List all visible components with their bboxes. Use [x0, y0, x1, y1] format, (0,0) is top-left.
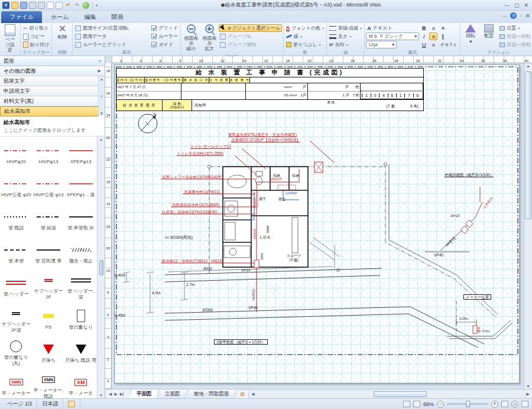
shape-item[interactable]: 管の重なり (丸)	[0, 335, 33, 368]
mail-icon[interactable]	[47, 2, 54, 9]
print-icon[interactable]	[29, 2, 36, 9]
shape-item[interactable]: 管.本管取 出	[64, 203, 97, 236]
shape-item[interactable]: HIVPφ13	[33, 137, 65, 170]
copy-button[interactable]: コピー	[22, 33, 50, 40]
page-tab[interactable]: 立面図	[158, 389, 188, 398]
zoom-slider-thumb[interactable]	[466, 401, 470, 407]
full-screen-view-icon[interactable]	[413, 401, 420, 407]
shape-item[interactable]: HIVP公道 φ13	[33, 170, 65, 203]
scroll-up-icon[interactable]: ▲	[99, 138, 103, 141]
drawing-page[interactable]: 給 水 装 置 工 事 申 請 書 (完成図) 受付日 (許可日)受付番号・(許…	[114, 64, 520, 384]
scroll-up-icon[interactable]: ▲	[526, 64, 530, 68]
shape-item[interactable]: 管の重なり	[64, 302, 97, 335]
shape-item[interactable]: 撤去・廃止	[64, 236, 97, 269]
file-tab[interactable]: ファイル	[1, 11, 42, 23]
scroll-down-icon[interactable]: ▼	[526, 384, 530, 388]
print-preview-icon[interactable]	[56, 2, 63, 9]
undo-icon[interactable]: ↶	[64, 2, 72, 9]
text-block-button[interactable]: テキスト	[439, 41, 459, 48]
quick-print-icon[interactable]	[38, 2, 45, 9]
underline-button[interactable]: U	[420, 41, 428, 48]
shape-item[interactable]: HIVP公道 φ20	[0, 170, 33, 203]
position-button[interactable]: 位置▾	[498, 24, 532, 32]
stencil-tab[interactable]: 給水高知市	[0, 106, 105, 116]
shape-item[interactable]: サブヘッダー 2F	[33, 269, 65, 302]
fit-page-icon[interactable]	[501, 401, 508, 407]
zoom-in-button[interactable]: +	[491, 401, 498, 408]
italic-button[interactable]: I	[420, 33, 428, 40]
minimize-button[interactable]: —	[504, 2, 510, 8]
align-bottom-button[interactable]: ≡	[429, 41, 437, 48]
stencil-tab[interactable]: 申請用文字	[0, 86, 105, 96]
align-top-button[interactable]: ≡	[429, 24, 437, 32]
doc-close-icon[interactable]: ⊠	[525, 13, 530, 18]
paste-button[interactable]: 貼り付け	[22, 41, 50, 48]
normal-view-icon[interactable]	[403, 401, 410, 407]
help-icon[interactable]: ?	[510, 12, 517, 19]
zoom-level[interactable]: 66%	[423, 401, 434, 407]
language-indicator[interactable]: 日本語	[37, 399, 63, 409]
doc-restore-icon[interactable]: ▫	[520, 13, 522, 18]
shape-data-button[interactable]: 図形データ	[74, 33, 150, 40]
grid-checkbox[interactable]: グリッド	[150, 24, 179, 32]
line-weight-button[interactable]: 太さ▾	[328, 33, 363, 40]
shape-item[interactable]: 片落ち	[33, 335, 65, 368]
ruler-checkbox[interactable]: ルーラー	[150, 33, 179, 40]
stencil-tab[interactable]: 部屋文字	[0, 76, 105, 86]
shapes-scrollbar[interactable]: ▲ ▼	[97, 137, 105, 398]
redo-icon[interactable]: ↷	[73, 2, 80, 9]
doc-minimize-icon[interactable]: —	[502, 13, 507, 18]
grow-font-button[interactable]: A	[439, 24, 447, 32]
shape-item[interactable]: HIVPφ20	[0, 137, 33, 170]
font-color-button[interactable]: Aフォントの色▾	[285, 24, 325, 32]
line-style-button[interactable]: 実線/点線▾	[328, 24, 363, 32]
send-backward-button[interactable]: 背面へ移動▾	[498, 41, 532, 48]
scroll-down-icon[interactable]: ▼	[99, 394, 103, 397]
zoom-out-button[interactable]: −	[437, 401, 444, 408]
shape-item[interactable]: 管.給湯	[33, 203, 65, 236]
object-select-tool-button[interactable]: オブジェクト選択ツール	[219, 24, 282, 32]
refresh-icon[interactable]	[82, 2, 89, 9]
shape-item[interactable]: XM 平・メータ	[64, 368, 97, 398]
shape-item[interactable]: 片落ち.既設 用	[64, 335, 97, 368]
fill-button[interactable]: 塗りつぶし▾	[285, 41, 325, 48]
stencil-scrollbar[interactable]: ▲≡▼	[98, 76, 105, 116]
shape-item[interactable]: XMN 平・メーター, 既設	[33, 368, 65, 398]
delete-button[interactable]: ✕ 削除	[53, 24, 71, 40]
last-page-icon[interactable]: ▶▏	[120, 392, 126, 397]
shape-item[interactable]: 管.官民境 界	[33, 236, 65, 269]
scroll-right-icon[interactable]: ▶	[524, 392, 532, 397]
bold-button[interactable]: B	[420, 24, 428, 32]
shape-item[interactable]: 管.ヘッダー	[0, 269, 33, 302]
zoom-in-button[interactable]: 画面表示 拡大	[200, 24, 218, 53]
ime-icon[interactable]	[63, 399, 80, 409]
group-button[interactable]: グループ化	[219, 33, 282, 40]
save-icon[interactable]	[20, 2, 27, 9]
ruler-grid-button[interactable]: ルーラーとグリッド	[74, 41, 150, 48]
open-icon[interactable]	[11, 2, 18, 9]
shape-item[interactable]: XPEPφ13	[64, 137, 97, 170]
ungroup-button[interactable]: グループ解除	[219, 41, 282, 48]
zoom-out-button[interactable]: 画面表示 縮小	[182, 24, 200, 53]
font-name-select[interactable]: ＭＳ Ｐゴシック▾	[366, 33, 419, 40]
shape-item[interactable]: 管.本管	[0, 236, 33, 269]
first-page-icon[interactable]: ◀	[109, 392, 112, 397]
shape-item[interactable]: PS	[33, 302, 65, 335]
pan-zoom-icon[interactable]: ◎	[511, 401, 518, 408]
rotate-button[interactable]: 回転▾	[462, 24, 479, 45]
zoom-slider[interactable]	[447, 403, 488, 405]
text-direction-button[interactable]: ∥	[439, 33, 447, 40]
shape-item[interactable]: サブヘッダー 2F湯	[0, 302, 33, 335]
scroll-left-icon[interactable]: ◀	[249, 392, 257, 397]
cut-button[interactable]: ✂切り取り	[22, 24, 50, 32]
drawing-canvas[interactable]: 246810121416182022242628303234363840 282…	[105, 56, 532, 389]
page-setup-button[interactable]: ページ設定	[1, 24, 19, 54]
page-tab[interactable]: 敷地・間取図面	[186, 389, 236, 398]
arrange-button[interactable]: 配置	[480, 24, 498, 39]
bring-forward-button[interactable]: 前面へ移動▾	[498, 33, 532, 40]
font-size-select[interactable]: 12pt▾	[366, 41, 397, 48]
shape-item[interactable]: 管.既設	[0, 203, 33, 236]
insert-page-icon[interactable]: ▧	[236, 389, 248, 398]
shape-item[interactable]: XPEPφ1... 道	[64, 170, 97, 203]
more-shapes-item[interactable]: その他の図形▶	[0, 66, 105, 76]
